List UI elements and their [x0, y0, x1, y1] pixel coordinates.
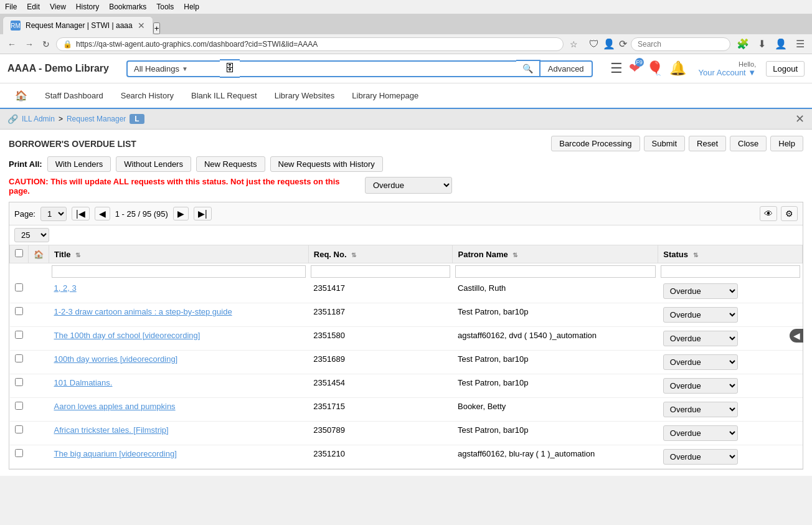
account-section: Hello, Your Account ▼: [699, 60, 757, 77]
nav-search-history[interactable]: Search History: [113, 85, 181, 106]
row-checkbox[interactable]: [15, 449, 23, 457]
menu-button[interactable]: ☰: [793, 37, 807, 51]
address-bar: ← → ↻ 🔒 https://qa-stwi-agent.auto-graph…: [0, 34, 812, 54]
breadcrumb-close-button[interactable]: ✕: [795, 112, 805, 126]
barcode-processing-button[interactable]: Barcode Processing: [551, 136, 640, 151]
breadcrumb-ill-admin[interactable]: ILL Admin: [22, 115, 55, 123]
title-link[interactable]: 101 Dalmatians.: [54, 378, 113, 387]
row-status-select[interactable]: Overdue Active Completed Cancelled: [663, 307, 738, 323]
list-icon[interactable]: ☰: [610, 60, 623, 77]
menu-tools[interactable]: Tools: [151, 1, 179, 12]
row-checkbox[interactable]: [15, 354, 23, 362]
submit-button[interactable]: Submit: [644, 136, 685, 151]
title-link[interactable]: The 100th day of school [videorecording]: [54, 331, 201, 340]
bookmark-button[interactable]: ☆: [567, 38, 580, 50]
col-status[interactable]: Status ⇅: [658, 245, 803, 263]
title-filter-input[interactable]: [52, 265, 306, 278]
print-new-requests-history-button[interactable]: New Requests with History: [270, 156, 383, 172]
reset-button[interactable]: Reset: [689, 136, 726, 151]
row-checkbox[interactable]: [15, 402, 23, 410]
print-with-lenders-button[interactable]: With Lenders: [47, 156, 111, 172]
row-checkbox[interactable]: [15, 283, 23, 291]
help-button[interactable]: Help: [770, 136, 803, 151]
title-link[interactable]: 1, 2, 3: [54, 283, 77, 293]
reload-button[interactable]: ↻: [40, 38, 52, 50]
row-status-select[interactable]: Overdue Active Completed Cancelled: [663, 283, 738, 299]
print-without-lenders-button[interactable]: Without Lenders: [116, 156, 191, 172]
search-input-wrap: [240, 60, 516, 77]
row-checkbox[interactable]: [15, 378, 23, 386]
row-status-select[interactable]: Overdue Active Completed Cancelled: [663, 378, 738, 394]
nav-library-homepage[interactable]: Library Homepage: [344, 85, 426, 106]
active-tab[interactable]: RM Request Manager | STWI | aaaa ✕: [2, 16, 153, 34]
breadcrumb-request-manager[interactable]: Request Manager: [67, 115, 126, 123]
bell-icon[interactable]: 🔔: [669, 60, 686, 77]
prev-page-button[interactable]: ◀: [95, 207, 110, 220]
print-new-requests-button[interactable]: New Requests: [196, 156, 265, 172]
search-dropdown[interactable]: All Headings ▼: [126, 60, 220, 77]
row-status-select[interactable]: Overdue Active Completed Cancelled: [663, 425, 738, 441]
row-status-select[interactable]: Overdue Active Completed Cancelled: [663, 331, 738, 346]
title-link[interactable]: Aaron loves apples and pumpkins: [54, 402, 176, 411]
nav-staff-dashboard[interactable]: Staff Dashboard: [37, 85, 111, 106]
browser-menu-bar: File Edit View History Bookmarks Tools H…: [0, 0, 812, 14]
row-status-select[interactable]: Overdue Active Completed Cancelled: [663, 402, 738, 417]
view-toggle-button[interactable]: 👁: [760, 206, 777, 221]
status-sort-icon[interactable]: ⇅: [693, 252, 698, 258]
menu-help[interactable]: Help: [179, 1, 204, 12]
patron-filter-input[interactable]: [455, 265, 656, 278]
select-all-checkbox[interactable]: [15, 249, 23, 257]
col-patron-name[interactable]: Patron Name ⇅: [453, 245, 658, 263]
row-checkbox[interactable]: [15, 425, 23, 433]
logout-button[interactable]: Logout: [766, 61, 805, 77]
page-select[interactable]: 1 2 3 4: [40, 207, 67, 221]
col-title[interactable]: Title ⇅: [49, 245, 309, 263]
close-button[interactable]: Close: [730, 136, 767, 151]
req-no-sort-icon[interactable]: ⇅: [351, 252, 356, 258]
balloon-icon[interactable]: 🎈: [646, 60, 663, 77]
menu-history[interactable]: History: [71, 1, 104, 12]
sync-account-button[interactable]: 👤: [772, 37, 790, 51]
forward-button[interactable]: →: [22, 38, 36, 50]
title-link[interactable]: 1-2-3 draw cartoon animals : a step-by-s…: [54, 307, 232, 316]
download-button[interactable]: ⬇: [755, 37, 768, 51]
title-link[interactable]: 100th day worries [videorecording]: [54, 354, 178, 364]
search-input[interactable]: [240, 62, 516, 76]
status-dropdown[interactable]: Overdue Active Completed Cancelled: [365, 177, 452, 194]
database-icon[interactable]: 🗄: [220, 59, 240, 78]
per-page-select[interactable]: 25 50 100: [14, 228, 49, 242]
last-page-button[interactable]: ▶|: [194, 207, 212, 220]
row-checkbox[interactable]: [15, 331, 23, 339]
search-button[interactable]: 🔍: [516, 60, 541, 77]
first-page-button[interactable]: |◀: [72, 207, 90, 220]
url-bar[interactable]: 🔒 https://qa-stwi-agent.auto-graphics.co…: [56, 37, 564, 51]
browser-search-input[interactable]: [631, 37, 730, 51]
favorites-icon[interactable]: ❤ F9: [629, 60, 640, 77]
menu-bookmarks[interactable]: Bookmarks: [104, 1, 151, 12]
tab-close-button[interactable]: ✕: [138, 21, 145, 31]
extensions-button[interactable]: 🧩: [734, 37, 752, 51]
col-req-no[interactable]: Req. No. ⇅: [308, 245, 453, 263]
advanced-search-button[interactable]: Advanced: [541, 60, 593, 77]
title-link[interactable]: The big aquarium [videorecording]: [54, 449, 177, 458]
req-no-filter-input[interactable]: [311, 265, 450, 278]
title-link[interactable]: African trickster tales. [Filmstrip]: [54, 425, 169, 435]
new-tab-button[interactable]: +: [153, 22, 161, 34]
menu-view[interactable]: View: [45, 1, 71, 12]
row-status-select[interactable]: Overdue Active Completed Cancelled: [663, 449, 738, 465]
patron-sort-icon[interactable]: ⇅: [512, 252, 517, 258]
your-account-link[interactable]: Your Account ▼: [699, 68, 757, 77]
nav-home[interactable]: 🏠: [7, 83, 35, 108]
status-filter-input[interactable]: [661, 265, 800, 278]
row-status-select[interactable]: Overdue Active Completed Cancelled: [663, 354, 738, 370]
menu-edit[interactable]: Edit: [22, 1, 45, 12]
back-button[interactable]: ←: [5, 38, 19, 50]
nav-library-websites[interactable]: Library Websites: [267, 85, 342, 106]
settings-button[interactable]: ⚙: [781, 206, 798, 221]
nav-blank-ill-request[interactable]: Blank ILL Request: [184, 85, 265, 106]
title-sort-icon[interactable]: ⇅: [75, 252, 80, 258]
row-checkbox[interactable]: [15, 307, 23, 315]
next-page-button[interactable]: ▶: [173, 207, 189, 220]
menu-file[interactable]: File: [0, 1, 22, 12]
scroll-indicator[interactable]: ◀: [790, 329, 803, 343]
